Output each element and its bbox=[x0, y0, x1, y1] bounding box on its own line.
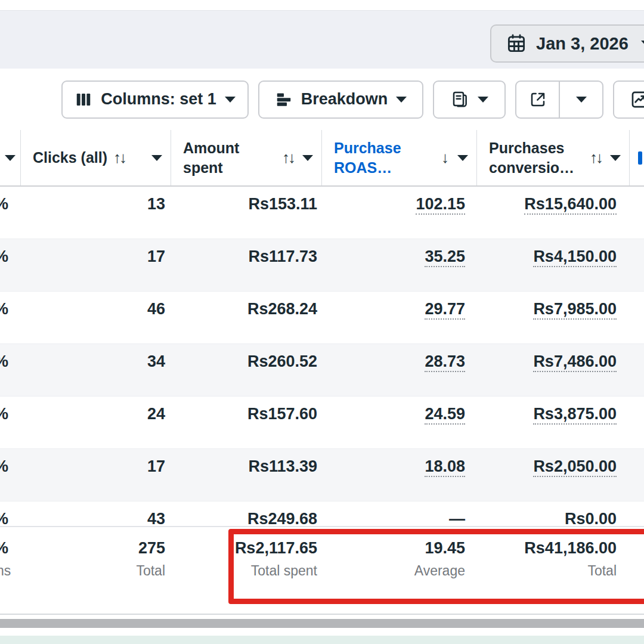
purchase-roas-cell-value[interactable]: 28.73 bbox=[425, 352, 465, 372]
purchases-cell-value[interactable]: Rs2,050.00 bbox=[533, 457, 617, 477]
page-header-band: Jan 3, 2026 bbox=[0, 10, 644, 69]
ctr-fragment-cell: % bbox=[0, 397, 21, 448]
partial-cell bbox=[630, 344, 644, 396]
column-header-label: Purchasesconversio… bbox=[489, 138, 574, 178]
purchase-roas-cell-value[interactable]: 102.15 bbox=[416, 195, 465, 215]
chevron-down-icon[interactable] bbox=[151, 155, 162, 161]
table-row[interactable]: %17Rs113.3918.08Rs2,050.00 bbox=[0, 449, 644, 501]
top-strip bbox=[0, 0, 644, 10]
clicks-cell-value: 43 bbox=[147, 510, 165, 528]
purchases-cell-value: Rs0.00 bbox=[565, 510, 617, 528]
chevron-down-icon[interactable] bbox=[610, 155, 621, 161]
totals-ctr-fragment: % ns bbox=[0, 527, 21, 614]
sort-both-icon[interactable]: ↑↓ bbox=[282, 147, 294, 168]
table-row[interactable]: %43Rs249.68—Rs0.00 bbox=[0, 501, 644, 527]
column-header-purchase-roas[interactable]: PurchaseROAS… ↓ bbox=[322, 130, 477, 185]
clicks-cell: 13 bbox=[21, 187, 171, 239]
purchases-cell-value[interactable]: Rs3,875.00 bbox=[533, 405, 617, 425]
export-icon bbox=[528, 90, 547, 109]
column-header-purchases-conversion[interactable]: Purchasesconversio… ↑↓ bbox=[477, 130, 630, 185]
breakdown-button[interactable]: Breakdown bbox=[258, 80, 423, 119]
chevron-down-icon[interactable] bbox=[457, 155, 468, 161]
purchases-cell-value[interactable]: Rs4,150.00 bbox=[533, 247, 617, 267]
columns-icon bbox=[75, 91, 92, 109]
calendar-icon bbox=[506, 33, 527, 54]
partial-cell bbox=[630, 239, 644, 291]
amount-spent-cell: Rs113.39 bbox=[171, 449, 322, 501]
purchases-cell: Rs0.00 bbox=[477, 501, 630, 526]
partial-column-header[interactable] bbox=[0, 130, 21, 185]
amount-spent-cell-value: Rs113.39 bbox=[248, 457, 317, 475]
chevron-down-icon bbox=[641, 41, 644, 47]
column-header-label: PurchaseROAS… bbox=[334, 138, 401, 178]
charts-button[interactable] bbox=[613, 80, 644, 119]
export-button[interactable] bbox=[516, 82, 560, 117]
amount-spent-cell: Rs117.73 bbox=[171, 239, 322, 291]
ads-manager-screen: Jan 3, 2026 Columns: set 1 bbox=[0, 0, 644, 644]
date-range-label: Jan 3, 2026 bbox=[536, 34, 628, 54]
chevron-down-icon[interactable] bbox=[302, 155, 313, 161]
purchase-roas-cell: 24.59 bbox=[322, 397, 477, 448]
column-header-clicks[interactable]: Clicks (all) ↑↓ bbox=[21, 130, 171, 185]
chevron-down-icon bbox=[5, 155, 16, 161]
column-header-amount-spent[interactable]: Amountspent ↑↓ bbox=[171, 130, 322, 185]
table-row[interactable]: %34Rs260.5228.73Rs7,486.00 bbox=[0, 344, 644, 397]
purchases-cell-value[interactable]: Rs7,486.00 bbox=[533, 352, 617, 372]
columns-button-label: Columns: set 1 bbox=[101, 90, 216, 109]
bottom-section-band bbox=[0, 636, 644, 644]
purchase-roas-cell: 29.77 bbox=[322, 292, 477, 343]
clicks-cell: 17 bbox=[21, 449, 171, 501]
sort-both-icon[interactable]: ↑↓ bbox=[113, 147, 125, 168]
purchase-roas-cell: 102.15 bbox=[322, 187, 477, 239]
sort-descending-icon[interactable]: ↓ bbox=[441, 147, 449, 168]
partial-cell bbox=[630, 292, 644, 343]
ctr-fragment-cell: % bbox=[0, 501, 21, 526]
ctr-fragment-cell-value: % bbox=[0, 405, 8, 423]
ctr-fragment-cell: % bbox=[0, 292, 21, 343]
date-range-button[interactable]: Jan 3, 2026 bbox=[490, 24, 644, 63]
purchase-roas-cell-value[interactable]: 29.77 bbox=[425, 300, 465, 320]
sort-both-icon[interactable]: ↑↓ bbox=[590, 147, 602, 168]
clicks-cell: 17 bbox=[21, 239, 171, 291]
amount-spent-cell-value: Rs153.11 bbox=[248, 195, 317, 213]
amount-spent-cell: Rs157.60 bbox=[171, 397, 322, 448]
export-options-button[interactable] bbox=[560, 82, 602, 117]
reports-button[interactable] bbox=[433, 80, 506, 119]
chevron-down-icon bbox=[478, 97, 488, 103]
table-row[interactable]: %13Rs153.11102.15Rs15,640.00 bbox=[0, 187, 644, 239]
amount-spent-cell-value: Rs117.73 bbox=[248, 247, 317, 265]
ctr-fragment-cell-value: % bbox=[0, 352, 8, 371]
purchase-roas-cell-value[interactable]: 18.08 bbox=[425, 457, 465, 477]
chevron-down-icon bbox=[396, 97, 407, 103]
clicks-cell: 46 bbox=[21, 292, 171, 343]
ctr-fragment-cell-value: % bbox=[0, 247, 8, 266]
purchase-roas-cell-value[interactable]: 24.59 bbox=[425, 405, 465, 425]
totals-pct-fragment: % bbox=[0, 539, 8, 558]
table-row[interactable]: %24Rs157.6024.59Rs3,875.00 bbox=[0, 397, 644, 449]
ctr-fragment-cell: % bbox=[0, 239, 21, 291]
purchases-cell: Rs7,985.00 bbox=[477, 292, 630, 343]
totals-pct-label-fragment: ns bbox=[0, 563, 21, 579]
clicks-cell: 24 bbox=[21, 397, 171, 448]
annotation-red-box bbox=[228, 529, 644, 604]
clicks-cell: 34 bbox=[21, 344, 171, 396]
purchases-cell-value[interactable]: Rs15,640.00 bbox=[524, 195, 617, 215]
table-row[interactable]: %46Rs268.2429.77Rs7,985.00 bbox=[0, 292, 644, 344]
ctr-fragment-cell: % bbox=[0, 449, 21, 501]
purchases-cell-value[interactable]: Rs7,985.00 bbox=[533, 300, 617, 320]
clicks-cell-value: 46 bbox=[147, 300, 165, 318]
purchases-cell: Rs2,050.00 bbox=[477, 449, 630, 501]
columns-button[interactable]: Columns: set 1 bbox=[61, 80, 249, 119]
clicks-cell-value: 17 bbox=[147, 247, 165, 265]
ctr-fragment-cell-value: % bbox=[0, 300, 8, 318]
totals-clicks-value: 275 bbox=[21, 539, 165, 558]
breakdown-icon bbox=[275, 91, 293, 109]
horizontal-scrollbar[interactable] bbox=[0, 619, 644, 628]
amount-spent-cell: Rs268.24 bbox=[171, 292, 322, 343]
partial-column-header-right[interactable] bbox=[630, 130, 644, 185]
purchases-cell: Rs3,875.00 bbox=[477, 397, 630, 448]
purchase-roas-cell-value[interactable]: 35.25 bbox=[425, 247, 465, 267]
column-header-label: Clicks (all) bbox=[33, 148, 107, 168]
amount-spent-cell: Rs153.11 bbox=[171, 187, 322, 239]
table-row[interactable]: %17Rs117.7335.25Rs4,150.00 bbox=[0, 239, 644, 292]
